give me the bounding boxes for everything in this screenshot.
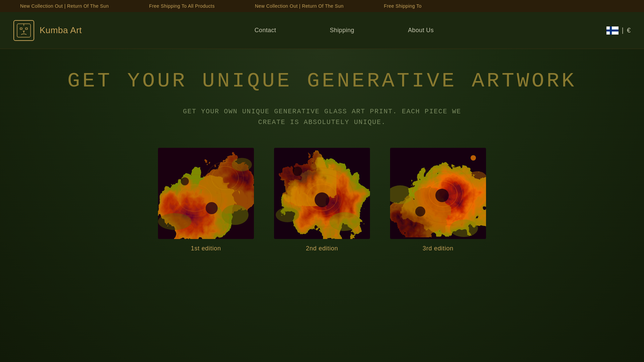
artwork-canvas-3 [390, 148, 486, 239]
artwork-label-2: 2nd edition [306, 245, 338, 252]
announcement-bar: New Collection Out | Return Of The Sun F… [0, 0, 644, 12]
svg-point-43 [468, 171, 486, 185]
nav-contact[interactable]: Contact [255, 27, 276, 34]
artwork-item-1[interactable]: 1st edition [158, 148, 254, 252]
nav-about[interactable]: About Us [408, 27, 434, 34]
svg-point-38 [471, 155, 476, 161]
artwork-canvas-1 [158, 148, 254, 239]
hero-subtitle: GET YOUR OWN UNIQUE GENERATIVE GLASS ART… [171, 106, 473, 128]
svg-rect-5 [606, 29, 619, 32]
nav-right: | € [606, 26, 631, 35]
svg-point-19 [232, 158, 252, 171]
nav-links: Contact Shipping About Us [82, 27, 606, 34]
artwork-label-1: 1st edition [191, 245, 221, 252]
navbar: Kumba Art Contact Shipping About Us | € [0, 12, 644, 49]
svg-point-30 [276, 207, 299, 222]
artwork-canvas-2 [274, 148, 370, 239]
svg-point-42 [450, 220, 478, 237]
logo-area[interactable]: Kumba Art [13, 20, 82, 41]
artwork-label-3: 3rd edition [423, 245, 453, 252]
svg-point-29 [329, 212, 360, 231]
currency-symbol[interactable]: € [627, 26, 631, 34]
svg-point-17 [222, 205, 249, 225]
currency-separator: | [622, 26, 624, 34]
svg-point-16 [181, 177, 189, 185]
logo-svg [16, 22, 32, 39]
nav-shipping[interactable]: Shipping [330, 27, 354, 34]
artwork-item-3[interactable]: 3rd edition [390, 148, 486, 252]
announcement-item-3: New Collection Out | Return Of The Sun [235, 3, 364, 9]
svg-rect-6 [610, 26, 612, 35]
svg-rect-1 [20, 28, 22, 29]
main-content: GET YOUR UNIQUE GENERATIVE ARTWORK GET Y… [0, 49, 644, 362]
svg-point-27 [315, 192, 329, 207]
announcement-track: New Collection Out | Return Of The Sun F… [0, 3, 442, 9]
logo-icon [13, 20, 34, 41]
svg-point-18 [158, 213, 192, 230]
brand-name: Kumba Art [40, 25, 82, 36]
svg-rect-2 [25, 28, 28, 29]
svg-point-15 [206, 202, 218, 214]
announcement-item-2: Free Shipping To All Products [129, 3, 235, 9]
announcement-item-1: New Collection Out | Return Of The Sun [0, 3, 129, 9]
svg-point-40 [415, 206, 425, 217]
hero-title: GET YOUR UNIQUE GENERATIVE ARTWORK [67, 69, 577, 93]
svg-point-28 [293, 167, 302, 176]
svg-point-39 [435, 189, 449, 202]
artwork-grid: 1st edition [158, 148, 486, 252]
artwork-item-2[interactable]: 2nd edition [274, 148, 370, 252]
flag-icon[interactable] [606, 26, 619, 35]
announcement-item-4: Free Shipping To [364, 3, 442, 9]
